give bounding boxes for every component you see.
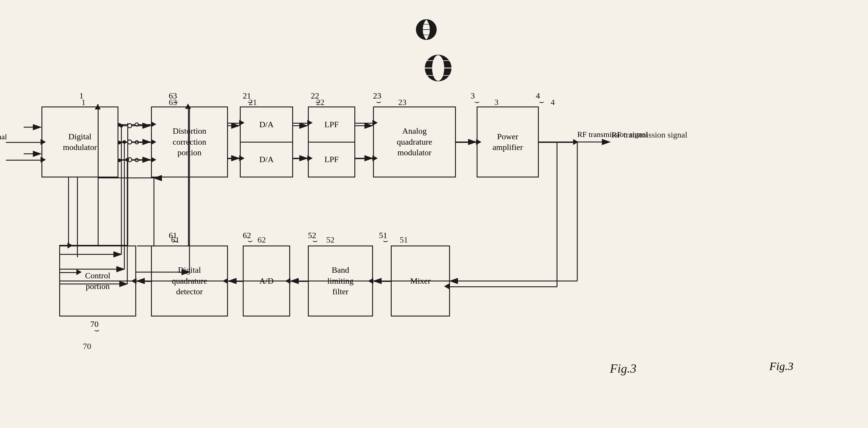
arrowhead-lpf-bot (307, 155, 313, 161)
line-dist-da-bot (228, 158, 240, 159)
power-amplifier-block: Poweramplifier (477, 106, 539, 177)
lpf-lower: LPF (309, 142, 354, 177)
line-lpf-aqm-top (355, 123, 374, 124)
line-cp-to-dist (188, 106, 189, 245)
input-arrow-line2 (6, 160, 41, 161)
ad-converter-label: A/D (259, 276, 274, 286)
arrowhead-up-dist (185, 103, 191, 109)
globe-icon (414, 18, 438, 41)
input-arrow-head (40, 139, 46, 145)
tilde-4: ⌣ (539, 97, 544, 107)
page: 1 63 21 22 23 3 4 61 62 52 51 ⌣ ⌣ ⌣ ⌣ ⌣ … (0, 0, 868, 428)
digital-quadrature-block: Digitalquadraturedetector (151, 245, 228, 317)
input-signal-label: Input signal (0, 133, 7, 141)
power-amplifier-label: Poweramplifier (493, 131, 523, 153)
line-cp-dist-h (98, 177, 154, 178)
line-junc-cp-h (59, 245, 128, 246)
da-lower: D/A (241, 142, 292, 177)
tilde-52: ⌣ (312, 236, 318, 246)
digital-modulator-block: Digitalmodulator (41, 106, 118, 177)
tilde-70: ⌣ (94, 325, 99, 335)
junction-dot-3 (118, 159, 121, 162)
junction-dot-2 (118, 141, 121, 144)
line-cp-dist-v (98, 104, 99, 178)
arrowhead-dqd (223, 278, 228, 284)
lpf-upper: LPF (309, 107, 354, 142)
arrowhead-ad (285, 278, 290, 284)
tilde-63: ⌣ (173, 97, 178, 107)
input-arrow-line (6, 142, 41, 143)
line-dm-cp-v1 (68, 177, 69, 246)
tilde-62: ⌣ (247, 236, 253, 246)
line-cp-up (98, 177, 99, 246)
diagram: 1 63 21 22 23 3 4 61 62 52 51 ⌣ ⌣ ⌣ ⌣ ⌣ … (24, 47, 838, 402)
arrowhead-aqm-bot (372, 155, 378, 161)
mixer-label: Mixer (410, 276, 430, 286)
line-rf-down (557, 142, 557, 287)
line-aqm-pa (456, 142, 477, 143)
arrowhead-blf (368, 278, 373, 284)
line-cp-to-dist-h (137, 245, 189, 246)
line-feedback-h (450, 286, 557, 287)
tilde-23: ⌣ (376, 97, 381, 107)
arrowhead-dist-top (151, 121, 156, 127)
arrowhead-cp-in2 (76, 269, 82, 275)
tilde-22: ⌣ (315, 97, 321, 107)
arrowhead-da-top (239, 120, 245, 126)
digital-modulator-label: Digitalmodulator (63, 131, 97, 153)
distortion-correction-label: Distortioncorrectionportion (173, 126, 206, 158)
arrowhead-rf (573, 139, 579, 145)
arrowhead-mixer-in (444, 283, 450, 289)
mixer-block: Mixer (391, 245, 450, 317)
arrowhead-cp (131, 278, 136, 284)
line-mod-dist-bot2 (138, 160, 152, 161)
tilde-51: ⌣ (383, 236, 388, 246)
line-dqd-cp (137, 281, 152, 282)
lpf-block: LPF LPF (308, 106, 355, 177)
arrowhead-aqm-top (372, 120, 378, 126)
line-junc-cp-v (127, 123, 128, 245)
arrowhead-lpf-top (307, 120, 313, 126)
tilde-21: ⌣ (247, 97, 253, 107)
ref-1: 1 (79, 91, 84, 101)
control-portion-block: Controlportion (59, 245, 136, 317)
band-limiting-block: Bandlimitingfilter (308, 245, 373, 317)
line-dist-da-top (228, 123, 240, 124)
line-mod-dist-mid2 (138, 142, 152, 143)
control-portion-label: Controlportion (85, 270, 111, 292)
figure-label: Fig.3 (769, 360, 794, 373)
arrowhead-da-bot (239, 155, 245, 161)
line-lpf-aqm-bot (355, 158, 374, 159)
arrowhead-dist-mid (151, 139, 156, 145)
analog-quadrature-block: Analogquadraturemodulator (373, 106, 456, 177)
line-mod-dist-top2 (138, 124, 152, 125)
line-mixer-blf (374, 281, 391, 282)
tilde-61: ⌣ (173, 236, 178, 246)
band-limiting-label: Bandlimitingfilter (328, 265, 354, 297)
arrowhead-dist-bot (151, 157, 156, 163)
distortion-correction-block: Distortioncorrectionportion (151, 106, 228, 177)
da-converter-block: D/A D/A (240, 106, 293, 177)
line-da-lpf-bot (293, 158, 308, 159)
digital-quadrature-label: Digitalquadraturedetector (172, 265, 207, 297)
analog-quadrature-label: Analogquadraturemodulator (397, 126, 432, 158)
ad-converter-block: A/D (243, 245, 290, 317)
line-ad-dqd (228, 281, 243, 282)
arrowhead-pa (476, 139, 482, 145)
line-da-lpf-top (293, 123, 308, 124)
junction-dot-1 (118, 123, 121, 127)
da-upper: D/A (241, 107, 292, 142)
rf-output-label: RF transmission signal (577, 130, 648, 139)
tilde-3: ⌣ (474, 97, 479, 107)
line-blf-ad (291, 281, 308, 282)
line-dm-cp-h2 (59, 272, 78, 273)
input-arrow-head2 (40, 157, 46, 163)
